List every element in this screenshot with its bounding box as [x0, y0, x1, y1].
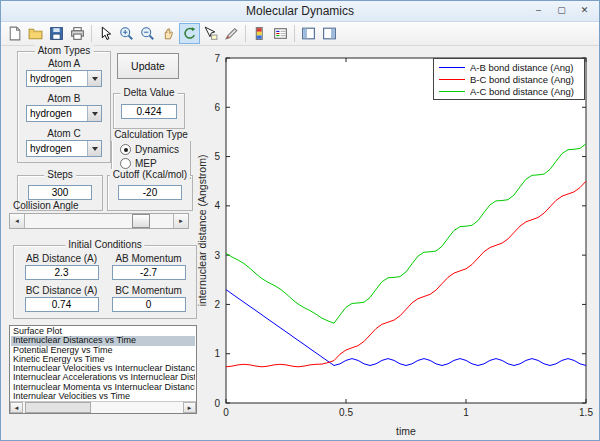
atom-c-value: hydrogen	[27, 141, 87, 156]
edit-plot-icon	[97, 25, 114, 42]
insert-legend-icon	[272, 25, 289, 42]
atom-a-value: hydrogen	[27, 71, 87, 86]
plot-type-listbox[interactable]: Surface PlotInternuclear Distances vs Ti…	[9, 325, 197, 414]
new-figure-button[interactable]	[4, 23, 25, 44]
update-button[interactable]: Update	[117, 53, 179, 79]
atom-a-select[interactable]: hydrogen	[26, 70, 102, 87]
bc-momentum-input[interactable]	[112, 297, 186, 312]
delta-value-input[interactable]	[121, 104, 177, 119]
legend-entry[interactable]: A-C bond distance (Ang)	[434, 85, 584, 97]
svg-text:time: time	[396, 425, 416, 437]
data-cursor-icon	[202, 25, 219, 42]
close-button[interactable]: ✕	[573, 2, 596, 18]
legend[interactable]: A-B bond distance (Ang)B-C bond distance…	[433, 58, 585, 100]
svg-text:5: 5	[214, 151, 220, 162]
list-item[interactable]: Internuclear Distances vs Time	[11, 336, 195, 345]
steps-input[interactable]	[28, 185, 92, 200]
svg-text:internuclear distance (Angstro: internuclear distance (Angstrom)	[197, 155, 208, 307]
scrollbar-track[interactable]	[23, 402, 183, 413]
atom-b-value: hydrogen	[27, 106, 87, 121]
legend-entry[interactable]: A-B bond distance (Ang)	[434, 61, 584, 73]
slider-left-arrow-icon[interactable]: ◄	[10, 214, 25, 228]
dynamics-radio-row: Dynamics	[120, 144, 190, 155]
legend-label: B-C bond distance (Ang)	[470, 74, 574, 85]
print-figure-button[interactable]	[67, 23, 88, 44]
delta-value-title: Delta Value	[121, 87, 178, 99]
minimize-button[interactable]: –	[527, 2, 550, 18]
new-figure-icon	[6, 25, 23, 42]
mep-radio[interactable]	[120, 158, 131, 169]
mep-radio-row: MEP	[120, 158, 190, 169]
scroll-left-arrow-icon[interactable]: ◄	[10, 402, 23, 413]
save-figure-button[interactable]	[46, 23, 67, 44]
show-plot-tools-button[interactable]	[319, 23, 340, 44]
rotate-3d-button[interactable]	[179, 23, 200, 44]
dropdown-arrow-icon[interactable]	[87, 141, 101, 156]
brush-data-button[interactable]	[221, 23, 242, 44]
save-figure-icon	[48, 25, 65, 42]
svg-text:2: 2	[214, 299, 220, 310]
bc-distance-input[interactable]	[25, 297, 99, 312]
atom-c-select[interactable]: hydrogen	[26, 140, 102, 157]
svg-text:4: 4	[214, 200, 220, 211]
svg-text:0: 0	[223, 407, 229, 418]
rotate-3d-icon	[181, 25, 198, 42]
slider-track[interactable]	[25, 214, 173, 228]
delta-value-panel: Delta Value	[113, 93, 185, 129]
show-plot-tools-icon	[321, 25, 338, 42]
calculation-type-title: Calculation Type	[111, 129, 191, 141]
open-file-button[interactable]	[25, 23, 46, 44]
svg-text:0: 0	[214, 398, 220, 409]
list-item[interactable]: Surface Plot	[11, 327, 195, 336]
brush-data-icon	[223, 25, 240, 42]
scrollbar-thumb[interactable]	[25, 402, 91, 413]
ab-momentum-input[interactable]	[112, 265, 186, 280]
scroll-right-arrow-icon[interactable]: ►	[183, 402, 196, 413]
steps-title: Steps	[44, 169, 76, 181]
atom-b-select[interactable]: hydrogen	[26, 105, 102, 122]
zoom-out-button[interactable]	[137, 23, 158, 44]
maximize-button[interactable]: ▢	[550, 2, 573, 18]
dropdown-arrow-icon[interactable]	[87, 106, 101, 121]
zoom-in-icon	[118, 25, 135, 42]
zoom-in-button[interactable]	[116, 23, 137, 44]
hide-plot-tools-button[interactable]	[298, 23, 319, 44]
svg-text:1: 1	[214, 348, 220, 359]
legend-line-sample	[439, 67, 465, 68]
slider-thumb[interactable]	[132, 214, 150, 228]
legend-line-sample	[439, 79, 465, 80]
collision-angle-label: Collision Angle	[13, 200, 79, 211]
list-item[interactable]: Internuclear Momenta vs Internuclear Dis…	[11, 383, 195, 392]
initial-conditions-title: Initial Conditions	[65, 239, 144, 251]
insert-legend-button[interactable]	[270, 23, 291, 44]
list-item[interactable]: Potential Energy vs Time	[11, 346, 195, 355]
data-cursor-button[interactable]	[200, 23, 221, 44]
list-item[interactable]: Internuclear Velocities vs Internuclear …	[11, 364, 195, 373]
ab-distance-input[interactable]	[25, 265, 99, 280]
listbox-horizontal-scrollbar[interactable]: ◄ ►	[10, 401, 196, 413]
list-item[interactable]: Kinetic Energy vs Time	[11, 355, 195, 364]
list-item[interactable]: Internuclear Accelerations vs Internucle…	[11, 373, 195, 382]
edit-plot-button[interactable]	[95, 23, 116, 44]
svg-text:1.5: 1.5	[579, 407, 593, 418]
dropdown-arrow-icon[interactable]	[87, 71, 101, 86]
collision-angle-slider[interactable]: ◄ ►	[9, 213, 189, 229]
svg-text:1: 1	[463, 407, 469, 418]
legend-entry[interactable]: B-C bond distance (Ang)	[434, 73, 584, 85]
ab-distance-label: AB Distance (A)	[20, 253, 103, 264]
pan-icon	[160, 25, 177, 42]
dynamics-radio[interactable]	[120, 144, 131, 155]
cutoff-input[interactable]	[118, 185, 182, 200]
hide-plot-tools-icon	[300, 25, 317, 42]
pan-button[interactable]	[158, 23, 179, 44]
window-controls: – ▢ ✕	[527, 2, 596, 18]
plot-area[interactable]: 00.511.501234567timeinternuclear distanc…	[197, 46, 600, 441]
mep-radio-label: MEP	[135, 158, 157, 169]
list-item[interactable]: Internulear Velocities vs Time	[11, 392, 195, 400]
app-window: Molecular Dynamics – ▢ ✕ Atom Types Atom…	[0, 0, 600, 441]
svg-text:6: 6	[214, 102, 220, 113]
insert-colorbar-button[interactable]	[249, 23, 270, 44]
svg-text:7: 7	[214, 53, 220, 64]
atom-b-label: Atom B	[18, 93, 110, 104]
slider-right-arrow-icon[interactable]: ►	[173, 214, 188, 228]
